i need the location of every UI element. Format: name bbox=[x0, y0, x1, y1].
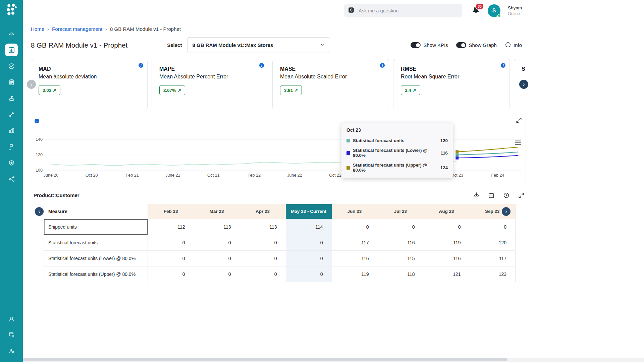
table-row: Statistical forecast units (Lower) @ 80.… bbox=[44, 250, 516, 266]
search-input[interactable] bbox=[358, 8, 459, 14]
sidebar-ai-icon[interactable] bbox=[5, 156, 18, 169]
month-column-header[interactable]: Aug 23 bbox=[424, 204, 470, 219]
table-prev-button[interactable]: ‹ bbox=[35, 207, 44, 216]
kpi-value-badge[interactable]: 3.81 ↗ bbox=[280, 85, 302, 95]
sidebar-dbgear-icon[interactable] bbox=[5, 328, 18, 341]
sidebar-analytics-icon[interactable] bbox=[5, 44, 18, 56]
value-cell[interactable]: 0 bbox=[286, 250, 332, 266]
kpi-name: Mean absolute deviation bbox=[39, 74, 140, 80]
sidebar-support-icon[interactable] bbox=[5, 312, 18, 325]
show-kpis-toggle[interactable]: Show KPIs bbox=[411, 42, 448, 48]
value-cell[interactable]: 0 bbox=[424, 219, 470, 235]
value-cell[interactable]: 0 bbox=[194, 250, 240, 266]
value-cell[interactable]: 0 bbox=[148, 235, 194, 250]
month-column-header[interactable]: Jun 23 bbox=[332, 204, 378, 219]
sidebar-network-icon[interactable] bbox=[5, 172, 18, 185]
value-cell[interactable]: 116 bbox=[424, 250, 470, 266]
app-logo[interactable] bbox=[4, 3, 19, 19]
value-cell[interactable]: 117 bbox=[332, 235, 378, 250]
value-cell[interactable]: 119 bbox=[332, 266, 378, 282]
value-cell[interactable]: 116 bbox=[332, 250, 378, 266]
table-expand-icon[interactable] bbox=[518, 192, 525, 199]
sidebar-bars-icon[interactable] bbox=[5, 124, 18, 137]
kpi-carousel-prev-button[interactable]: ‹ bbox=[27, 80, 36, 89]
month-column-header[interactable]: Apr 23 bbox=[240, 204, 286, 219]
month-column-header[interactable]: Jul 23 bbox=[378, 204, 424, 219]
kpi-value-badge[interactable]: 2.67% ↗ bbox=[159, 85, 185, 95]
value-cell[interactable]: 120 bbox=[470, 235, 516, 250]
measure-name-cell[interactable]: Shipped units bbox=[44, 219, 148, 235]
version-select[interactable]: 8 GB RAM Module v1::Max Stores bbox=[187, 37, 330, 53]
value-cell[interactable]: 121 bbox=[424, 266, 470, 282]
kpi-card: MASEMean Absolute Scaled Error3.81 ↗ bbox=[272, 59, 389, 109]
value-cell[interactable]: 0 bbox=[148, 250, 194, 266]
value-cell[interactable]: 0 bbox=[240, 235, 286, 250]
measure-name-cell[interactable]: Statistical forecast units (Lower) @ 80.… bbox=[44, 250, 148, 266]
show-graph-toggle[interactable]: Show Graph bbox=[456, 42, 497, 48]
value-cell[interactable]: 123 bbox=[470, 266, 516, 282]
value-cell[interactable]: 113 bbox=[240, 219, 286, 235]
sidebar-flow-icon[interactable] bbox=[5, 108, 18, 121]
kpi-info-icon[interactable] bbox=[501, 63, 505, 68]
value-cell[interactable]: 0 bbox=[194, 266, 240, 282]
avatar[interactable]: S bbox=[488, 4, 500, 17]
value-cell[interactable]: 118 bbox=[378, 266, 424, 282]
value-cell[interactable]: 0 bbox=[148, 266, 194, 282]
kpi-code: S bbox=[522, 66, 526, 72]
kpi-value-badge[interactable]: 3.02 ↗ bbox=[39, 85, 60, 95]
sidebar-flag-icon[interactable] bbox=[5, 140, 18, 153]
breadcrumb-item[interactable]: Home bbox=[31, 26, 44, 32]
table-next-button[interactable]: › bbox=[502, 207, 511, 216]
kpi-info-icon[interactable] bbox=[380, 63, 385, 68]
month-column-header[interactable]: May 23 - Current bbox=[286, 204, 332, 219]
notifications-button[interactable]: 30 bbox=[472, 6, 480, 16]
value-cell[interactable]: 113 bbox=[194, 219, 240, 235]
horizontal-scrollbar[interactable] bbox=[23, 358, 644, 362]
kpi-card-list: MADMean absolute deviation3.02 ↗MAPEMean… bbox=[31, 59, 526, 109]
user-meta: Shyam Online bbox=[508, 5, 522, 16]
value-cell[interactable]: 0 bbox=[194, 235, 240, 250]
value-cell[interactable]: 0 bbox=[240, 250, 286, 266]
bell-icon bbox=[472, 10, 480, 15]
value-cell[interactable]: 0 bbox=[286, 235, 332, 250]
chart-info-icon[interactable] bbox=[35, 119, 39, 123]
history-clock-icon[interactable] bbox=[503, 192, 510, 199]
value-cell[interactable]: 114 bbox=[286, 219, 332, 235]
month-column-header[interactable]: Mar 23 bbox=[194, 204, 240, 219]
download-icon[interactable] bbox=[473, 192, 480, 199]
value-cell[interactable]: 112 bbox=[148, 219, 194, 235]
show-graph-toggle-label: Show Graph bbox=[469, 42, 497, 48]
page-title: 8 GB RAM Module v1 - Prophet bbox=[31, 41, 127, 49]
measure-name-cell[interactable]: Statistical forecast units bbox=[44, 235, 148, 250]
sidebar-clipboard-icon[interactable] bbox=[5, 76, 18, 88]
sidebar-ship-icon[interactable] bbox=[5, 92, 18, 105]
page-header: 8 GB RAM Module v1 - Prophet Select 8 GB… bbox=[27, 35, 522, 59]
month-column-header[interactable]: Feb 23 bbox=[148, 204, 194, 219]
kpi-info-icon[interactable] bbox=[259, 63, 264, 68]
notification-badge: 30 bbox=[475, 3, 484, 10]
measure-name-cell[interactable]: Statistical forecast units (Upper) @ 80.… bbox=[44, 266, 148, 282]
kpi-carousel-next-button[interactable]: › bbox=[519, 80, 528, 89]
chart-menu-icon[interactable] bbox=[515, 140, 521, 145]
info-button[interactable]: Info bbox=[505, 42, 522, 49]
value-cell[interactable]: 0 bbox=[286, 266, 332, 282]
sidebar-usergear-icon[interactable] bbox=[5, 345, 18, 357]
value-cell[interactable]: 115 bbox=[378, 250, 424, 266]
value-cell[interactable]: 0 bbox=[240, 266, 286, 282]
horizontal-scrollbar-thumb[interactable] bbox=[23, 358, 507, 361]
sidebar-gauge-icon[interactable] bbox=[5, 27, 18, 40]
value-cell[interactable]: 117 bbox=[470, 250, 516, 266]
value-cell[interactable]: 116 bbox=[378, 235, 424, 250]
chart-expand-icon[interactable] bbox=[516, 117, 522, 124]
calendar-icon[interactable] bbox=[488, 192, 495, 199]
value-cell[interactable]: 119 bbox=[424, 235, 470, 250]
value-cell[interactable]: 0 bbox=[378, 219, 424, 235]
value-cell[interactable]: 0 bbox=[332, 219, 378, 235]
sidebar-check-icon[interactable] bbox=[5, 60, 18, 72]
kpi-info-icon[interactable] bbox=[139, 63, 143, 68]
breadcrumb-item[interactable]: Forecast management bbox=[52, 26, 102, 32]
value-cell[interactable]: 0 bbox=[470, 219, 516, 235]
kpi-value-badge[interactable]: 3.4 ↗ bbox=[401, 85, 420, 95]
search-bar[interactable] bbox=[344, 4, 462, 17]
svg-text:140: 140 bbox=[36, 137, 43, 142]
